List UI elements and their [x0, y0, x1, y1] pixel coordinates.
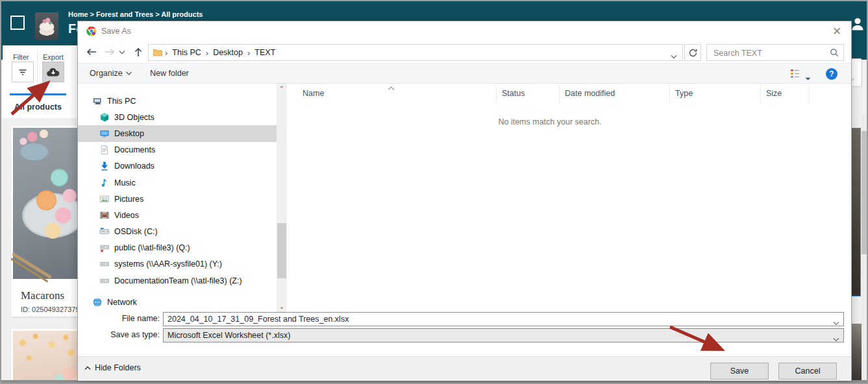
- forward-button[interactable]: [101, 43, 118, 60]
- address-crumb-text[interactable]: TEXT: [252, 48, 278, 57]
- close-icon[interactable]: ✕: [830, 25, 843, 38]
- filter-label: Filter: [13, 53, 29, 61]
- file-list: NameStatusDate modifiedTypeSize No items…: [287, 84, 851, 312]
- address-crumb-desktop[interactable]: Desktop: [210, 48, 245, 57]
- sidebar-scrollbar[interactable]: ⌃ ⌄: [277, 84, 287, 312]
- address-dropdown-chevron-icon[interactable]: [671, 50, 677, 62]
- page-scrollbar-thumb[interactable]: [862, 131, 868, 254]
- macarons-image: [13, 128, 77, 279]
- save-as-type-chevron-icon[interactable]: [833, 333, 839, 344]
- product-id: ID: 025049327379: [21, 306, 77, 313]
- screen: Home > Forest and Trees > All products F…: [0, 0, 868, 384]
- product-card-macarons[interactable]: Macarons ID: 025049327379: [11, 126, 77, 317]
- netdrive-icon: [99, 259, 110, 269]
- address-crumb-this-pc[interactable]: This PC: [169, 48, 203, 57]
- music-icon: [99, 178, 110, 188]
- tab-partial[interactable]: [69, 93, 77, 118]
- tree-item-public-atl-file3-q[interactable]: public (\\atl-file3) (Q:): [78, 240, 277, 256]
- search-box: [706, 44, 844, 61]
- netdrivex-icon: [99, 243, 110, 253]
- recent-locations-chevron-icon[interactable]: [117, 43, 127, 60]
- tree-item-label: This PC: [107, 97, 136, 106]
- search-icon[interactable]: [830, 48, 839, 60]
- empty-message: No items match your search.: [287, 117, 813, 126]
- product-card-next[interactable]: [11, 329, 77, 384]
- bokeh-cake-image: [13, 331, 77, 384]
- breadcrumb[interactable]: Home > Forest and Trees > All products: [68, 10, 203, 18]
- disk-icon: [99, 226, 110, 237]
- hide-folders-button[interactable]: Hide Folders: [84, 363, 141, 372]
- tree-item-label: Music: [114, 178, 136, 187]
- new-folder-button[interactable]: New folder: [150, 64, 189, 83]
- dialog-toolbar: Organize New folder ?: [78, 63, 851, 84]
- tree-item-label: DocumentationTeam (\\atl-file3) (Z:): [114, 276, 242, 285]
- up-button[interactable]: [130, 43, 147, 60]
- save-as-type-select[interactable]: Microsoft Excel Worksheet (*.xlsx): [163, 328, 844, 342]
- picture-icon: [99, 194, 110, 204]
- back-button[interactable]: [83, 43, 100, 60]
- download-icon: [99, 161, 110, 171]
- hide-folders-label: Hide Folders: [95, 363, 141, 372]
- new-folder-label: New folder: [150, 69, 189, 78]
- cube-icon: [99, 112, 110, 123]
- dialog-main: This PC3D ObjectsDesktopDocumentsDownloa…: [78, 84, 851, 312]
- tree-item-pictures[interactable]: Pictures: [78, 191, 277, 207]
- tree-item-label: Downloads: [114, 162, 155, 171]
- app-logo-icon[interactable]: [10, 16, 25, 30]
- tree-item-documents[interactable]: Documents: [78, 142, 277, 158]
- computer-icon: [92, 96, 103, 106]
- tree-item-label: 3D Objects: [114, 113, 155, 122]
- file-name-input[interactable]: [163, 312, 844, 326]
- document-icon: [99, 145, 110, 155]
- column-header-size[interactable]: Size: [761, 85, 810, 103]
- column-header-status[interactable]: Status: [497, 85, 560, 103]
- annotation-arrow-export: [4, 71, 62, 118]
- page-scrollbar[interactable]: [862, 115, 868, 380]
- search-input[interactable]: [712, 46, 825, 60]
- annotation-arrow-save: [663, 320, 735, 359]
- dialog-filename-section: File name: Save as type: Microsoft Excel…: [78, 312, 851, 356]
- organize-button[interactable]: Organize: [90, 64, 132, 83]
- column-header-date-modified[interactable]: Date modified: [560, 85, 670, 103]
- file-name-label: File name:: [78, 314, 160, 323]
- save-button[interactable]: Save: [710, 363, 769, 379]
- tree-item-videos[interactable]: Videos: [78, 207, 277, 223]
- cancel-button[interactable]: Cancel: [778, 363, 837, 379]
- tree-item-desktop[interactable]: Desktop: [78, 125, 277, 141]
- product-title: Macarons: [21, 289, 64, 302]
- file-name-chevron-icon[interactable]: [833, 317, 839, 328]
- tree-item-3d-objects[interactable]: 3D Objects: [78, 109, 277, 125]
- crumb-separator-icon: ›: [245, 48, 252, 58]
- address-bar[interactable]: ›This PC›Desktop›TEXT: [148, 44, 683, 61]
- export-label: Export: [43, 53, 64, 61]
- tree-item-documentationteam-atl-file3-z[interactable]: DocumentationTeam (\\atl-file3) (Z:): [78, 272, 277, 289]
- tree-item-label: Pictures: [114, 195, 143, 204]
- crumb-separator-icon: ›: [204, 48, 210, 58]
- column-header-name[interactable]: Name: [287, 85, 497, 103]
- save-as-type-label: Save as type:: [78, 330, 160, 339]
- tree-item-label: public (\\atl-file3) (Q:): [114, 243, 190, 252]
- tree-item-osdisk-c[interactable]: OSDisk (C:): [78, 224, 277, 240]
- tree-item-systems-aar-sysfile01-y[interactable]: systems (\\AAR-sysfile01) (Y:): [78, 256, 277, 272]
- tree-item-label: Documents: [114, 145, 155, 154]
- network-icon: [92, 297, 103, 307]
- view-details-icon[interactable]: [789, 68, 800, 82]
- organize-chevron-icon: [126, 71, 132, 75]
- netdrive-icon: [99, 276, 110, 286]
- tree-item-this-pc[interactable]: This PC: [78, 93, 277, 109]
- organize-label: Organize: [90, 69, 123, 78]
- tree-item-network[interactable]: Network: [78, 294, 277, 310]
- scroll-up-icon[interactable]: ⌃: [278, 85, 286, 93]
- dialog-titlebar[interactable]: Save As ✕: [78, 21, 851, 41]
- help-icon[interactable]: ?: [826, 68, 837, 80]
- dialog-title: Save As: [101, 21, 131, 41]
- sidebar-scrollbar-thumb[interactable]: [277, 223, 286, 278]
- scroll-down-icon[interactable]: ⌄: [278, 303, 286, 311]
- save-as-type-value: Microsoft Excel Worksheet (*.xlsx): [167, 331, 290, 340]
- view-dropdown-chevron-icon[interactable]: [805, 72, 811, 84]
- column-header-type[interactable]: Type: [670, 85, 761, 103]
- tree-item-downloads[interactable]: Downloads: [78, 158, 277, 174]
- tree-item-music[interactable]: Music: [78, 174, 277, 191]
- refresh-button[interactable]: [684, 44, 701, 61]
- dialog-address-row: ›This PC›Desktop›TEXT: [78, 42, 851, 62]
